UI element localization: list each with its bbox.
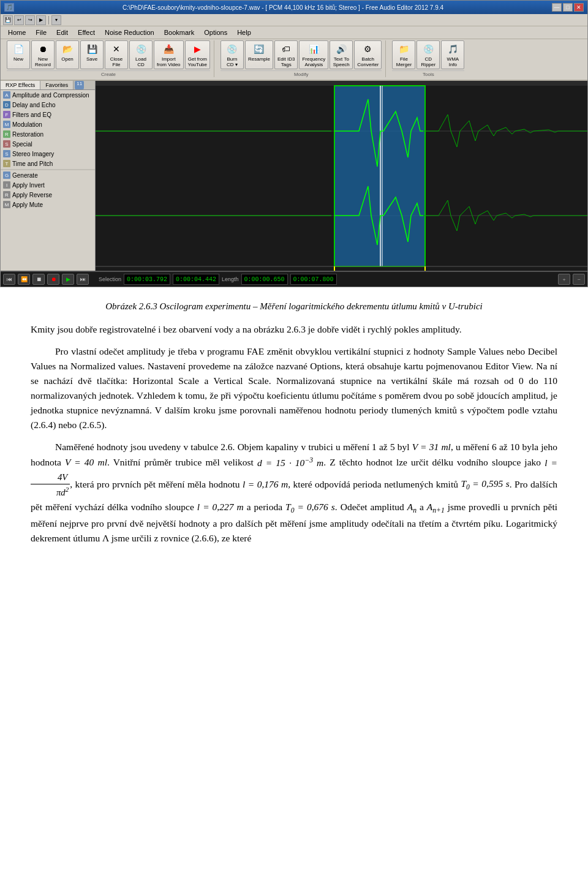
generate-label: Generate (12, 172, 38, 179)
transport-play[interactable]: ▶ (62, 274, 74, 285)
panel-item-mute[interactable]: M Apply Mute (1, 200, 95, 209)
ribbon-btn-burn[interactable]: 💿 BurnCD ▾ (221, 40, 244, 69)
modify-group-label: Modify (221, 70, 382, 77)
wma-icon: 🎵 (446, 42, 459, 56)
menu-edit[interactable]: Edit (51, 28, 73, 37)
ribbon-btn-load-cd[interactable]: 💿 LoadCD (129, 40, 153, 69)
menu-help[interactable]: Help (232, 28, 256, 37)
panel-item-amplitude[interactable]: A Amplitude and Compression (1, 90, 95, 100)
menu-bar: Home File Edit Effect Noise Reduction Bo… (1, 26, 587, 39)
tab-rxp-effects[interactable]: RXP Effects (1, 81, 40, 89)
transport-bar: ⏮ ⏪ ⏹ ⏺ ▶ ⏭ Selection 0:00:03.792 0:00:0… (1, 271, 587, 287)
menu-effect[interactable]: Effect (73, 28, 100, 37)
maximize-button[interactable]: □ (563, 3, 573, 12)
qat-customize-icon[interactable]: ▾ (51, 15, 61, 25)
amplitude-icon: A (3, 91, 10, 99)
ribbon-btn-new[interactable]: 📄 New (7, 40, 30, 69)
panel-item-stereo[interactable]: S Stereo Imagery (1, 149, 95, 159)
transport-skip-back[interactable]: ⏮ (3, 274, 15, 285)
ribbon-btn-merger[interactable]: 📁 FileMerger (392, 40, 415, 69)
transport-skip-fwd[interactable]: ⏭ (77, 274, 89, 285)
svg-text:0:02.5: 0:02.5 (224, 270, 238, 271)
save-label: Save (86, 56, 97, 62)
invert-icon: I (3, 181, 10, 189)
ribbon-btn-youtube[interactable]: ▶ Get fromYouTube (185, 40, 210, 69)
wma-label: WMAInfo (447, 56, 459, 67)
panel-item-modulation[interactable]: M Modulation (1, 119, 95, 129)
title-bar: 🎵 C:\PhD\FAE-soubory\kmity-vodniho-sloup… (1, 1, 587, 14)
transport-record[interactable]: ⏺ (47, 274, 59, 285)
menu-home[interactable]: Home (3, 28, 31, 37)
transport-stop[interactable]: ⏹ (32, 274, 45, 285)
svg-text:0:01.5: 0:01.5 (169, 270, 183, 271)
qat-redo-icon[interactable]: ↪ (25, 15, 35, 25)
batch-label: BatchConverter (357, 56, 379, 67)
ribbon-btn-freq[interactable]: 📊 FrequencyAnalysis (299, 40, 328, 69)
window-controls[interactable]: — □ ✕ (552, 3, 584, 12)
burn-icon: 💿 (225, 42, 239, 56)
svg-text:0:07.5: 0:07.5 (533, 270, 548, 271)
svg-text:0:02.0: 0:02.0 (197, 270, 211, 271)
ribbon-btn-tts[interactable]: 🔊 Text ToSpeech (330, 40, 353, 69)
close-button[interactable]: ✕ (574, 3, 584, 12)
svg-text:0:07.0: 0:07.0 (506, 270, 520, 271)
ribbon-btn-record[interactable]: ⏺ NewRecord (31, 40, 55, 69)
qat-undo-icon[interactable]: ↩ (14, 15, 24, 25)
menu-noise-reduction[interactable]: Noise Reduction (100, 28, 159, 37)
panel-item-time[interactable]: T Time and Pitch (1, 159, 95, 168)
filters-label: Filters and EQ (12, 111, 51, 118)
transport-rewind[interactable]: ⏪ (18, 274, 30, 285)
panel-item-restoration[interactable]: R Restoration (1, 129, 95, 139)
ribbon-btn-cd-ripper[interactable]: 💿 CDRipper (417, 40, 440, 69)
ribbon-btn-close[interactable]: ✕ CloseFile (105, 40, 128, 69)
ribbon-btn-id3[interactable]: 🏷 Edit ID3Tags (274, 40, 298, 69)
reverse-icon: R (3, 191, 10, 198)
ribbon-tools-buttons: 📁 FileMerger 💿 CDRipper 🎵 WMAInfo (392, 40, 464, 69)
menu-bookmark[interactable]: Bookmark (159, 28, 200, 37)
svg-text:0:01.0: 0:01.0 (141, 270, 156, 271)
zoom-in-button[interactable]: + (558, 274, 570, 285)
svg-text:hms: hms (102, 270, 111, 271)
quick-access-toolbar: 💾 ↩ ↪ ▶ ▾ (1, 14, 587, 26)
mute-icon: M (3, 201, 10, 208)
mute-label: Apply Mute (12, 201, 43, 208)
tab-favorites[interactable]: Favorites (40, 81, 74, 89)
youtube-label: Get fromYouTube (188, 56, 207, 67)
panel-item-generate[interactable]: G Generate (1, 170, 95, 180)
ribbon-btn-open[interactable]: 📂 Open (56, 40, 79, 69)
menu-options[interactable]: Options (199, 28, 232, 37)
panel-item-invert[interactable]: I Apply Invert (1, 180, 95, 190)
time-label: Time and Pitch (12, 160, 53, 167)
panel-item-delay[interactable]: D Delay and Echo (1, 100, 95, 110)
cd-ripper-label: CDRipper (421, 56, 436, 67)
tools-group-label: Tools (392, 70, 464, 77)
waveform-area[interactable]: hms 0:00.5 0:01.0 0:01.5 0:02.0 0:02.5 0… (96, 81, 587, 271)
open-icon: 📂 (61, 42, 74, 56)
length-display: 0:00:00.650 (241, 274, 288, 285)
freq-icon: 📊 (307, 42, 320, 56)
new-icon: 📄 (12, 42, 25, 56)
panel-item-filters[interactable]: F Filters and EQ (1, 110, 95, 119)
svg-text:0:03.0: 0:03.0 (252, 270, 266, 271)
qat-play-icon[interactable]: ▶ (36, 15, 46, 25)
generate-icon: G (3, 171, 10, 179)
restoration-label: Restoration (12, 131, 43, 138)
ribbon-btn-batch[interactable]: ⚙ BatchConverter (354, 40, 382, 69)
panel-item-reverse[interactable]: R Apply Reverse (1, 190, 95, 200)
selection-end-display: 0:00:04.442 (173, 274, 219, 285)
svg-text:0:05.0: 0:05.0 (396, 270, 410, 271)
burn-label: BurnCD ▾ (227, 56, 238, 67)
minimize-button[interactable]: — (552, 3, 562, 12)
ribbon-group-create: 📄 New ⏺ NewRecord 📂 Open 💾 Save ✕ C (3, 40, 214, 77)
qat-save-icon[interactable]: 💾 (3, 15, 13, 25)
menu-file[interactable]: File (31, 28, 51, 37)
ribbon-btn-save[interactable]: 💾 Save (80, 40, 104, 69)
panel-item-special[interactable]: S Special (1, 139, 95, 149)
ribbon-btn-wma[interactable]: 🎵 WMAInfo (441, 40, 464, 69)
record-icon: ⏺ (36, 42, 50, 56)
ribbon-btn-import[interactable]: 📥 Importfrom Video (154, 40, 184, 69)
svg-text:0:04.5: 0:04.5 (361, 270, 375, 271)
ribbon-group-tools: 📁 FileMerger 💿 CDRipper 🎵 WMAInfo Tools (388, 40, 468, 77)
ribbon-btn-resample[interactable]: 🔄 Resample (245, 40, 273, 69)
zoom-out-button[interactable]: − (573, 274, 585, 285)
